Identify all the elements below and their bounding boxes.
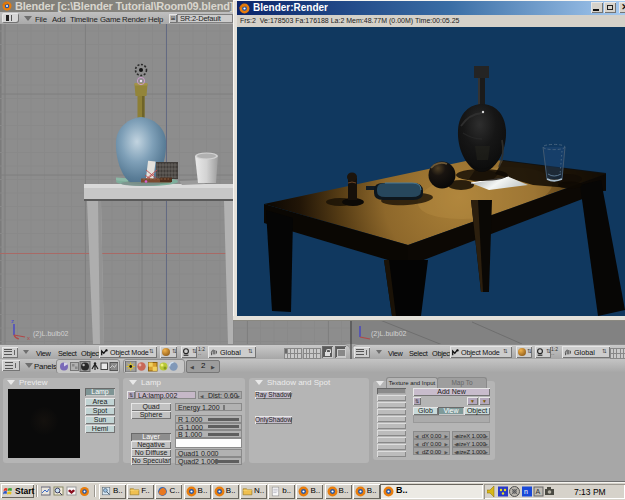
svg-text:(2)L.bulb02: (2)L.bulb02 bbox=[371, 330, 407, 338]
svg-text:(2)L.bulb02: (2)L.bulb02 bbox=[33, 330, 69, 338]
svg-text:A: A bbox=[536, 488, 541, 495]
svg-text:x: x bbox=[27, 335, 30, 341]
svg-text:n: n bbox=[524, 488, 528, 495]
svg-text:z: z bbox=[11, 318, 14, 324]
